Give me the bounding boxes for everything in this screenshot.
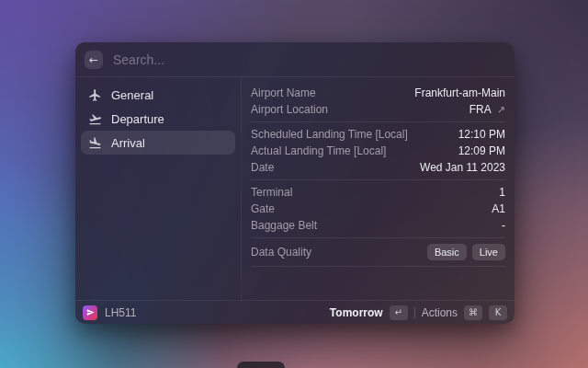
sidebar-item-label: Departure (111, 112, 164, 126)
detail-section-quality: Data Quality Basic Live (251, 238, 505, 266)
row-label: Scheduled Landing Time [Local] (251, 128, 408, 141)
enter-key-icon[interactable]: ↵ (390, 305, 408, 320)
divider (251, 266, 505, 267)
row-value: - (502, 219, 505, 232)
detail-row-data-quality: Data Quality Basic Live (251, 242, 505, 262)
back-arrow-icon: ← (89, 51, 98, 69)
footer-separator (414, 307, 415, 318)
back-button[interactable]: ← (85, 51, 103, 69)
plane-takeoff-icon (88, 112, 102, 126)
tag-basic: Basic (427, 244, 467, 260)
row-label: Gate (251, 202, 275, 215)
window-body: General Departure Arrival (75, 77, 514, 300)
primary-action-label[interactable]: Tomorrow (330, 306, 383, 319)
search-input[interactable] (113, 52, 505, 67)
sidebar: General Departure Arrival (75, 77, 242, 300)
detail-section-airport: Airport Name Frankfurt-am-Main Airport L… (251, 81, 505, 121)
row-label: Baggage Belt (251, 219, 317, 232)
plane-landing-icon (88, 136, 102, 150)
external-link-icon: ↗ (497, 104, 505, 116)
k-key-icon[interactable]: K (489, 305, 507, 320)
detail-section-times: Scheduled Landing Time [Local] 12:10 PM … (251, 122, 505, 179)
airplane-icon (88, 88, 102, 102)
row-value: 12:09 PM (458, 144, 505, 157)
detail-section-gate: Terminal 1 Gate A1 Baggage Belt - (251, 180, 505, 237)
row-label: Actual Landing Time [Local] (251, 144, 386, 157)
desktop-background: ← General Departure (0, 0, 588, 368)
detail-row-airport-location[interactable]: Airport Location FRA ↗ (251, 101, 505, 118)
detail-row-airport-name: Airport Name Frankfurt-am-Main (251, 85, 505, 101)
sidebar-item-general[interactable]: General (81, 83, 235, 107)
row-label: Terminal (251, 186, 292, 199)
detail-row-terminal: Terminal 1 (251, 184, 505, 201)
row-value-text: FRA (469, 103, 492, 116)
tag-live: Live (472, 244, 505, 260)
detail-row-gate: Gate A1 (251, 201, 505, 217)
sidebar-item-departure[interactable]: Departure (81, 107, 235, 131)
flight-app-icon (83, 305, 97, 320)
raycast-window: ← General Departure (75, 42, 514, 324)
detail-row-actual-landing: Actual Landing Time [Local] 12:09 PM (251, 143, 505, 159)
row-value: FRA ↗ (469, 103, 505, 116)
dock-hint (237, 362, 285, 368)
row-value: 12:10 PM (458, 128, 505, 141)
sidebar-item-label: General (111, 88, 153, 102)
row-label: Airport Location (251, 103, 328, 116)
flight-code: LH511 (105, 306, 136, 319)
row-value: Frankfurt-am-Main (414, 86, 505, 99)
quality-tags: Basic Live (427, 244, 505, 260)
actions-menu-label[interactable]: Actions (422, 306, 458, 319)
action-bar: LH511 Tomorrow ↵ Actions ⌘ K (75, 300, 514, 324)
sidebar-item-label: Arrival (111, 136, 145, 150)
sidebar-item-arrival[interactable]: Arrival (81, 131, 235, 155)
command-key-icon[interactable]: ⌘ (464, 305, 482, 320)
detail-row-baggage-belt: Baggage Belt - (251, 217, 505, 234)
detail-row-scheduled-landing: Scheduled Landing Time [Local] 12:10 PM (251, 126, 505, 143)
detail-panel: Airport Name Frankfurt-am-Main Airport L… (242, 77, 514, 300)
row-value: A1 (492, 202, 505, 215)
row-label: Airport Name (251, 86, 316, 99)
row-label: Data Quality (251, 246, 311, 259)
detail-row-date: Date Wed Jan 11 2023 (251, 159, 505, 176)
row-label: Date (251, 161, 274, 174)
row-value: 1 (499, 186, 505, 199)
search-header: ← (75, 42, 514, 77)
footer-actions: Tomorrow ↵ Actions ⌘ K (330, 305, 507, 320)
row-value: Wed Jan 11 2023 (420, 161, 505, 174)
